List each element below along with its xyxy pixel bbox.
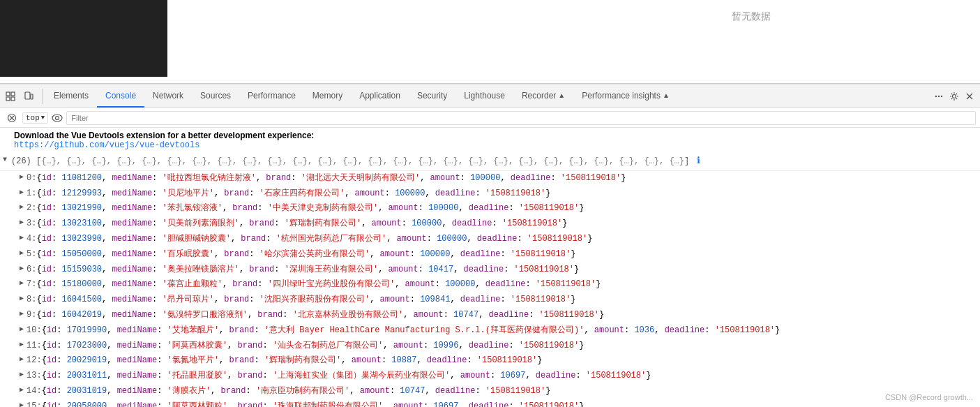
svg-point-8 <box>941 95 942 96</box>
watermark: CSDN @Record growth... <box>885 393 973 401</box>
level-label: top <box>26 114 40 122</box>
clear-console-icon[interactable] <box>4 110 20 126</box>
console-toolbar: top ▼ <box>0 108 980 128</box>
table-row: ▶6: {id: 15159030, mediName: '奥美拉唑镁肠溶片',… <box>0 262 980 278</box>
tab-application[interactable]: Application <box>351 84 409 108</box>
webpage-sidebar <box>0 0 167 77</box>
table-row: ▶4: {id: 13023990, mediName: '胆碱胆碱钠胶囊', … <box>0 232 980 247</box>
webpage-area: 暂无数据 <box>0 0 980 84</box>
expand-row-icon[interactable]: ▶ <box>20 278 24 290</box>
expand-row-icon[interactable]: ▶ <box>20 293 24 305</box>
table-row: ▶5: {id: 15050000, mediName: '百乐眠胶囊', br… <box>0 247 980 262</box>
table-row: ▶7: {id: 15180000, mediName: '葆宫止血颗粒', b… <box>0 277 980 293</box>
console-output: Download the Vue Devtools extension for … <box>0 128 980 407</box>
level-dropdown-icon: ▼ <box>41 114 45 121</box>
tab-performance-insights[interactable]: Performance insights ▲ <box>573 84 678 108</box>
svg-rect-2 <box>6 97 10 101</box>
tab-list: Elements Console Network Sources Perform… <box>45 84 931 108</box>
table-row: ▶9: {id: 16042019, mediName: '氨溴特罗口服溶液剂'… <box>0 308 980 323</box>
tab-recorder[interactable]: Recorder ▲ <box>513 84 573 108</box>
filter-input[interactable] <box>66 111 976 125</box>
svg-point-7 <box>938 95 940 96</box>
svg-point-6 <box>935 95 937 96</box>
tab-console[interactable]: Console <box>97 84 144 108</box>
svg-rect-0 <box>6 92 10 96</box>
expand-array-icon[interactable]: ▼ <box>3 154 7 165</box>
device-toggle-icon[interactable] <box>21 89 36 104</box>
expand-row-icon[interactable]: ▶ <box>20 217 24 229</box>
vue-devtools-message: Download the Vue Devtools extension for … <box>0 128 980 140</box>
more-tabs-icon[interactable] <box>931 89 947 104</box>
expand-row-icon[interactable]: ▶ <box>20 385 24 397</box>
svg-point-12 <box>56 116 59 119</box>
svg-point-9 <box>953 94 956 98</box>
recorder-icon: ▲ <box>558 91 565 99</box>
svg-rect-1 <box>11 92 15 96</box>
table-row: ▶3: {id: 13023100, mediName: '贝美前列素滴眼剂',… <box>0 216 980 232</box>
table-row: ▶13: {id: 20031011, mediName: '托品眼用凝胶', … <box>0 369 980 384</box>
expand-row-icon[interactable]: ▶ <box>20 248 24 260</box>
array-header: ▼ (26) [{…}, {…}, {…}, {…}, {…}, {…}, {…… <box>0 153 980 171</box>
table-row: ▶2: {id: 13021990, mediName: '苯扎氯铵溶液', b… <box>0 201 980 216</box>
info-icon: ℹ <box>697 156 700 166</box>
table-row: ▶1: {id: 12129993, mediName: '贝尼地平片', br… <box>0 186 980 202</box>
tab-sources[interactable]: Sources <box>192 84 239 108</box>
no-data-label: 暂无数据 <box>732 10 771 23</box>
svg-rect-4 <box>25 92 30 99</box>
svg-rect-5 <box>31 94 33 99</box>
settings-icon[interactable] <box>947 89 962 104</box>
table-row: ▶10: {id: 17019990, mediName: '艾地苯醌片', b… <box>0 323 980 339</box>
expand-row-icon[interactable]: ▶ <box>20 324 24 336</box>
devtools-panel: Elements Console Network Sources Perform… <box>0 84 980 407</box>
expand-row-icon[interactable]: ▶ <box>20 202 24 214</box>
inspect-icon[interactable] <box>3 89 18 104</box>
svg-point-11 <box>52 114 62 121</box>
tab-security[interactable]: Security <box>409 84 455 108</box>
expand-row-icon[interactable]: ▶ <box>20 263 24 275</box>
close-devtools-icon[interactable] <box>962 89 977 104</box>
table-row: ▶15: {id: 20058000, mediName: '阿莫西林颗粒', … <box>0 399 980 407</box>
tab-performance[interactable]: Performance <box>239 84 304 108</box>
expand-row-icon[interactable]: ▶ <box>20 309 24 320</box>
tab-elements[interactable]: Elements <box>45 84 97 108</box>
array-preview: (26) [{…}, {…}, {…}, {…}, {…}, {…}, {…},… <box>11 154 700 169</box>
expand-row-icon[interactable]: ▶ <box>20 187 24 199</box>
table-row: ▶12: {id: 20029019, mediName: '氯氮地平片', b… <box>0 353 980 369</box>
expand-row-icon[interactable]: ▶ <box>20 400 24 407</box>
tab-lighthouse[interactable]: Lighthouse <box>455 84 513 108</box>
table-row: ▶8: {id: 16041500, mediName: '昂丹司琼片', br… <box>0 293 980 308</box>
table-row: ▶14: {id: 20031019, mediName: '薄膜衣片', br… <box>0 384 980 399</box>
tab-network[interactable]: Network <box>144 84 192 108</box>
devtools-tab-bar: Elements Console Network Sources Perform… <box>0 84 980 108</box>
expand-row-icon[interactable]: ▶ <box>20 172 24 184</box>
devtools-icons <box>3 89 43 104</box>
expand-row-icon[interactable]: ▶ <box>20 339 24 351</box>
expand-row-icon[interactable]: ▶ <box>20 369 24 381</box>
table-row: ▶11: {id: 17023000, mediName: '阿莫西林胶囊', … <box>0 339 980 354</box>
tab-memory[interactable]: Memory <box>304 84 351 108</box>
performance-insights-icon: ▲ <box>663 91 670 99</box>
level-select[interactable]: top ▼ <box>22 112 48 124</box>
table-row: ▶0: {id: 11081200, mediName: '吡拉西坦氯化钠注射液… <box>0 171 980 186</box>
eye-icon[interactable] <box>51 112 63 124</box>
svg-rect-3 <box>11 97 15 101</box>
rows-container: ▶0: {id: 11081200, mediName: '吡拉西坦氯化钠注射液… <box>0 171 980 407</box>
expand-row-icon[interactable]: ▶ <box>20 232 24 244</box>
expand-row-icon[interactable]: ▶ <box>20 354 24 366</box>
vue-devtools-link[interactable]: https://github.com/vuejs/vue-devtools <box>0 140 980 153</box>
